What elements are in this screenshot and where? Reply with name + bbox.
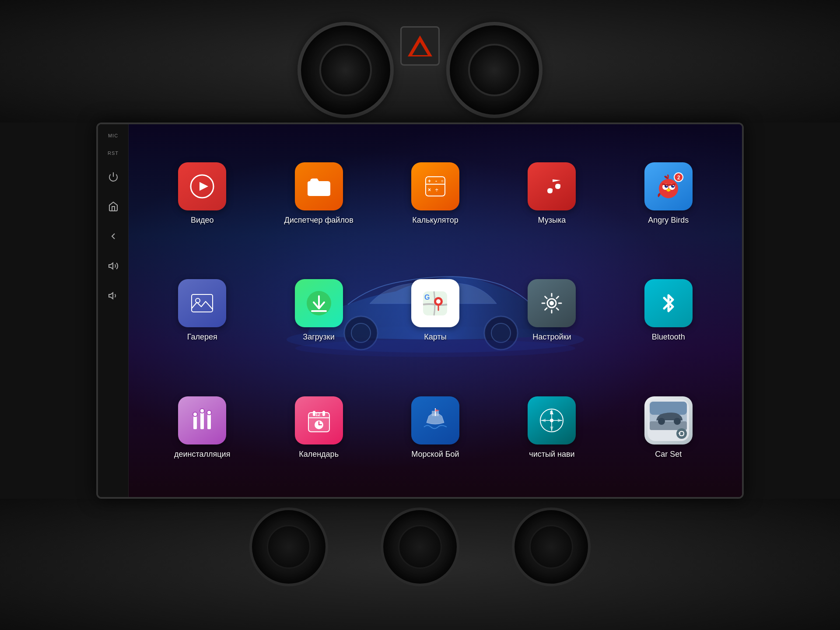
app-downloads[interactable]: Загрузки <box>262 254 374 367</box>
bottom-right-vent <box>512 508 591 586</box>
app-calendar[interactable]: 12 Календарь <box>262 371 374 484</box>
svg-marker-1 <box>109 263 113 269</box>
svg-marker-10 <box>200 182 208 191</box>
app-files-label: Диспетчер файлов <box>284 216 353 225</box>
screen-content: Видео Диспетчер файлов <box>129 124 742 497</box>
svg-text:2: 2 <box>677 175 680 181</box>
right-vent <box>446 22 542 118</box>
svg-text:÷: ÷ <box>435 187 438 193</box>
svg-text:12: 12 <box>315 412 321 417</box>
app-bluetooth-icon <box>644 279 693 327</box>
svg-point-44 <box>200 409 204 413</box>
app-music-icon <box>528 162 576 210</box>
svg-line-25 <box>663 184 668 185</box>
svg-point-43 <box>193 412 197 416</box>
svg-marker-61 <box>541 419 546 422</box>
app-bluetooth-label: Bluetooth <box>652 332 685 342</box>
app-navi-label: чистый нави <box>529 450 574 459</box>
svg-text:+: + <box>428 178 431 184</box>
left-vent <box>298 22 394 118</box>
app-files[interactable]: Диспетчер файлов <box>262 137 374 250</box>
app-gallery-label: Галерея <box>187 332 217 342</box>
app-calendar-label: Календарь <box>299 450 339 459</box>
svg-marker-60 <box>550 427 553 431</box>
left-sidebar: MIC RST <box>98 124 129 497</box>
app-bluetooth[interactable]: Bluetooth <box>612 254 724 367</box>
dashboard-bottom <box>0 499 840 630</box>
svg-text:-: - <box>435 178 437 184</box>
volume-up-button[interactable] <box>105 257 122 275</box>
car-dashboard: MIC RST <box>0 0 840 630</box>
rst-label: RST <box>108 150 119 156</box>
hazard-button[interactable] <box>400 26 440 66</box>
svg-rect-42 <box>207 414 211 429</box>
app-calc-label: Калькулятор <box>412 216 458 225</box>
svg-point-64 <box>550 419 553 422</box>
app-downloads-label: Загрузки <box>303 332 334 342</box>
app-birds-icon: 2 <box>644 162 693 210</box>
svg-text:N: N <box>550 410 553 414</box>
svg-rect-41 <box>200 412 204 429</box>
power-button[interactable] <box>105 168 122 186</box>
app-carset-label: Car Set <box>655 450 682 459</box>
svg-rect-40 <box>193 416 197 429</box>
app-uninstall[interactable]: деинсталляция <box>146 371 258 484</box>
right-vent-inner <box>468 44 521 96</box>
app-settings-label: Настройки <box>532 332 571 342</box>
volume-down-button[interactable] <box>105 287 122 304</box>
svg-line-26 <box>669 184 675 185</box>
app-video-icon <box>178 162 226 210</box>
app-sea-icon <box>411 396 459 444</box>
bottom-left-vent-inner <box>267 525 311 569</box>
app-music[interactable]: Музыка <box>496 137 608 250</box>
app-birds-label: Angry Birds <box>648 216 689 225</box>
app-angrybirds[interactable]: 2 Angry Birds <box>612 137 724 250</box>
bottom-right-vent-inner <box>529 525 573 569</box>
app-carset-icon <box>644 396 693 444</box>
hazard-triangle-icon <box>408 35 432 56</box>
svg-text:×: × <box>428 187 431 193</box>
app-calendar-icon: 12 <box>295 396 343 444</box>
svg-point-70 <box>674 418 681 425</box>
app-music-label: Музыка <box>538 216 566 225</box>
app-settings[interactable]: Настройки <box>496 254 608 367</box>
back-button[interactable] <box>105 228 122 245</box>
svg-point-37 <box>436 299 441 304</box>
app-video[interactable]: Видео <box>146 137 258 250</box>
bottom-center-vent <box>381 508 459 586</box>
app-downloads-icon <box>295 279 343 327</box>
svg-rect-49 <box>322 411 325 416</box>
head-unit-screen: MIC RST <box>96 122 744 499</box>
left-vent-inner <box>319 44 372 96</box>
app-uninstall-label: деинсталляция <box>174 450 230 459</box>
svg-point-45 <box>207 410 211 415</box>
svg-rect-29 <box>192 294 213 312</box>
app-files-icon <box>295 162 343 210</box>
bottom-left-vent <box>249 508 328 586</box>
app-grid: Видео Диспетчер файлов <box>129 124 742 497</box>
app-settings-icon <box>528 279 576 327</box>
app-maps-icon: G <box>411 279 459 327</box>
mic-label: MIC <box>108 133 118 138</box>
svg-text:=: = <box>441 179 444 184</box>
app-calculator[interactable]: + - × ÷ = Калькулятор <box>379 137 491 250</box>
app-gallery[interactable]: Галерея <box>146 254 258 367</box>
svg-point-30 <box>196 298 200 303</box>
app-uninstall-icon <box>178 396 226 444</box>
svg-point-69 <box>658 418 665 425</box>
app-seabattle[interactable]: Морской Бой <box>379 371 491 484</box>
app-calc-icon: + - × ÷ = <box>411 162 459 210</box>
app-maps[interactable]: G Карты <box>379 254 491 367</box>
app-gallery-icon <box>178 279 226 327</box>
svg-marker-62 <box>558 419 562 422</box>
app-maps-label: Карты <box>424 332 446 342</box>
app-video-label: Видео <box>191 216 214 225</box>
app-carset[interactable]: Car Set <box>612 371 724 484</box>
app-navi[interactable]: N чистый нави <box>496 371 608 484</box>
home-button[interactable] <box>105 198 122 215</box>
svg-point-39 <box>550 301 554 305</box>
svg-point-71 <box>676 428 687 439</box>
svg-text:G: G <box>424 294 430 301</box>
app-navi-icon: N <box>528 396 576 444</box>
bottom-center-vent-inner <box>398 525 442 569</box>
